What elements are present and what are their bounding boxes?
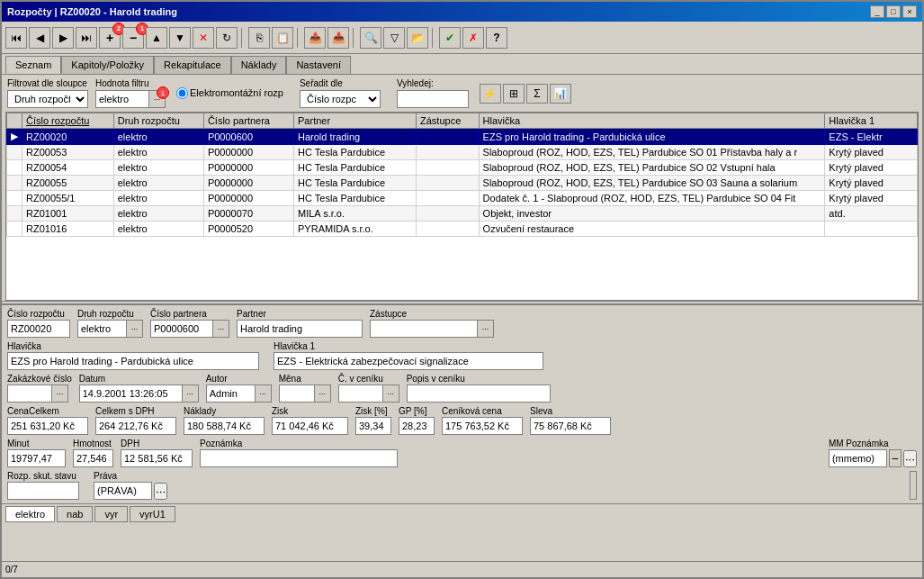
detail-cenikova-cena-input[interactable] (442, 417, 523, 435)
detail-hlavicka1-input[interactable] (274, 352, 543, 370)
detail-minut-input[interactable] (7, 449, 66, 467)
tab-naklady[interactable]: Náklady (231, 56, 287, 74)
detail-datum-dots-button[interactable]: ··· (183, 384, 199, 403)
detail-cena-celkem-input[interactable] (7, 417, 88, 435)
tab-kapitoly[interactable]: Kapitoly/Položky (61, 56, 154, 74)
copy-button[interactable]: ⎘ (248, 27, 270, 49)
detail-mm-minus-button[interactable]: − (889, 449, 902, 467)
detail-prava-input[interactable] (94, 482, 152, 500)
bottom-tab-nab[interactable]: nab (57, 506, 93, 522)
detail-partner-num-dots-button[interactable]: ··· (213, 320, 229, 338)
detail-zisk-pct-input[interactable] (355, 417, 391, 435)
detail-autor-dots-button[interactable]: ··· (256, 384, 272, 403)
save-button[interactable]: ✔ (439, 27, 461, 49)
tab-rekapitulace[interactable]: Rekapitulace (154, 56, 231, 74)
next-button[interactable]: ▶ (52, 27, 74, 49)
col-hlavicka[interactable]: Hlavička (479, 113, 825, 129)
table-row[interactable]: RZ00055 elektro P0000000 HC Tesla Pardub… (7, 176, 918, 191)
bolt-button[interactable]: ⚡ (480, 84, 501, 104)
table-row[interactable]: RZ00055/1 elektro P0000000 HC Tesla Pard… (7, 191, 918, 206)
tab-nastaveni[interactable]: Nastavení (286, 56, 351, 74)
first-button[interactable]: ⏮ (5, 27, 27, 49)
detail-zastupce-input[interactable] (370, 320, 478, 338)
sum-button[interactable]: Σ (526, 84, 548, 104)
radio-elektro[interactable] (176, 87, 188, 99)
up-button[interactable]: ▲ (146, 27, 167, 49)
status-bar: 0/7 (2, 561, 922, 577)
delete-button[interactable]: − 1 (122, 27, 144, 49)
detail-druh-dots-button[interactable]: ··· (127, 320, 143, 338)
bottom-tab-vyr01[interactable]: vyrU1 (130, 506, 175, 522)
detail-rozp-skut-input[interactable] (7, 482, 79, 500)
detail-gp-pct-input[interactable] (399, 417, 435, 435)
detail-mena-input[interactable] (279, 384, 315, 403)
detail-hmotnost-input[interactable] (73, 449, 113, 467)
detail-popis-cenik-input[interactable] (407, 384, 551, 403)
detail-row-4: CenaCelkem Celkem s DPH Náklady Zisk Zis… (7, 406, 917, 435)
detail-cenik-input[interactable] (338, 384, 383, 403)
export1-button[interactable]: 📤 (304, 27, 326, 49)
filter-value-dots-button[interactable]: ··· 1 (149, 90, 166, 108)
last-button[interactable]: ⏭ (76, 27, 97, 49)
detail-dph-input[interactable] (121, 449, 193, 467)
refresh-button[interactable]: ↻ (216, 27, 238, 49)
search-button[interactable]: 🔍 (360, 27, 381, 49)
detail-poznamka-input[interactable] (200, 449, 398, 467)
detail-cenik-dots-button[interactable]: ··· (383, 384, 399, 403)
detail-druh-input[interactable] (77, 320, 127, 338)
detail-zisk-input[interactable] (272, 417, 348, 435)
close-button[interactable]: × (902, 5, 917, 18)
down-button[interactable]: ▼ (169, 27, 191, 49)
detail-partner-input[interactable] (237, 320, 363, 338)
detail-autor-input[interactable] (206, 384, 256, 403)
nosave-button[interactable]: ✗ (462, 27, 484, 49)
add-button[interactable]: + 2 (99, 27, 121, 49)
bottom-tab-elektro[interactable]: elektro (5, 506, 55, 522)
cancel-button[interactable]: ✕ (193, 27, 214, 49)
sort-select[interactable]: Číslo rozpc (300, 90, 381, 108)
detail-mena-dots-button[interactable]: ··· (315, 384, 331, 403)
col-hlavicka1[interactable]: Hlavička 1 (825, 113, 918, 129)
maximize-button[interactable]: □ (886, 5, 901, 18)
paste-button[interactable]: 📋 (272, 27, 293, 49)
filter-value-input[interactable] (95, 90, 149, 108)
detail-cislo-input[interactable] (7, 320, 70, 338)
detail-hlavicka-input[interactable] (7, 352, 259, 370)
detail-datum-input[interactable] (79, 384, 183, 403)
table-row[interactable]: RZ00053 elektro P0000000 HC Tesla Pardub… (7, 145, 918, 160)
detail-zakazkove-dots-button[interactable]: ··· (52, 384, 68, 403)
col-partner[interactable]: Partner (294, 113, 417, 129)
col-druh[interactable]: Druh rozpočtu (113, 113, 203, 129)
detail-celkem-dph-input[interactable] (95, 417, 176, 435)
detail-zastupce-dots-button[interactable]: ··· (478, 320, 494, 338)
cell-hlavicka1: atd. (825, 206, 918, 222)
export2-button[interactable]: 📥 (327, 27, 349, 49)
detail-prava-dots-button[interactable]: ··· (154, 483, 167, 500)
table-row[interactable]: ▶ RZ00020 elektro P0000600 Harold tradin… (7, 129, 918, 145)
minimize-button[interactable]: _ (870, 5, 884, 18)
detail-sleva-input[interactable] (530, 417, 611, 435)
filter-column-select[interactable]: Druh rozpočtu (7, 90, 88, 108)
filter-button[interactable]: ▽ (383, 27, 405, 49)
cell-partner: HC Tesla Pardubice (294, 191, 417, 206)
vertical-resize-handle[interactable] (910, 471, 917, 500)
table-row[interactable]: RZ01016 elektro P0000520 PYRAMIDA s.r.o.… (7, 222, 918, 237)
col-zastupce[interactable]: Zástupce (417, 113, 480, 129)
detail-mm-poznamka-input[interactable] (829, 449, 887, 467)
tab-seznam[interactable]: Seznam (5, 56, 61, 74)
table-row[interactable]: RZ01001 elektro P0000070 MILA s.r.o. Obj… (7, 206, 918, 222)
chart-button[interactable]: 📊 (550, 84, 571, 104)
prev-button[interactable]: ◀ (29, 27, 50, 49)
col-partner-num[interactable]: Číslo partnera (203, 113, 293, 129)
detail-zakazkove-input[interactable] (7, 384, 52, 403)
grid-button[interactable]: ⊞ (503, 84, 525, 104)
detail-naklady-input[interactable] (184, 417, 265, 435)
table-row[interactable]: RZ00054 elektro P0000000 HC Tesla Pardub… (7, 160, 918, 176)
detail-partner-num-input[interactable] (150, 320, 213, 338)
help-button[interactable]: ? (486, 27, 507, 49)
import-button[interactable]: 📂 (407, 27, 428, 49)
col-cislo[interactable]: Číslo rozpočtu (22, 113, 114, 129)
bottom-tab-vyr[interactable]: vyr (94, 506, 128, 522)
detail-mm-dots-button[interactable]: ··· (903, 450, 917, 467)
search-input[interactable] (397, 90, 469, 108)
